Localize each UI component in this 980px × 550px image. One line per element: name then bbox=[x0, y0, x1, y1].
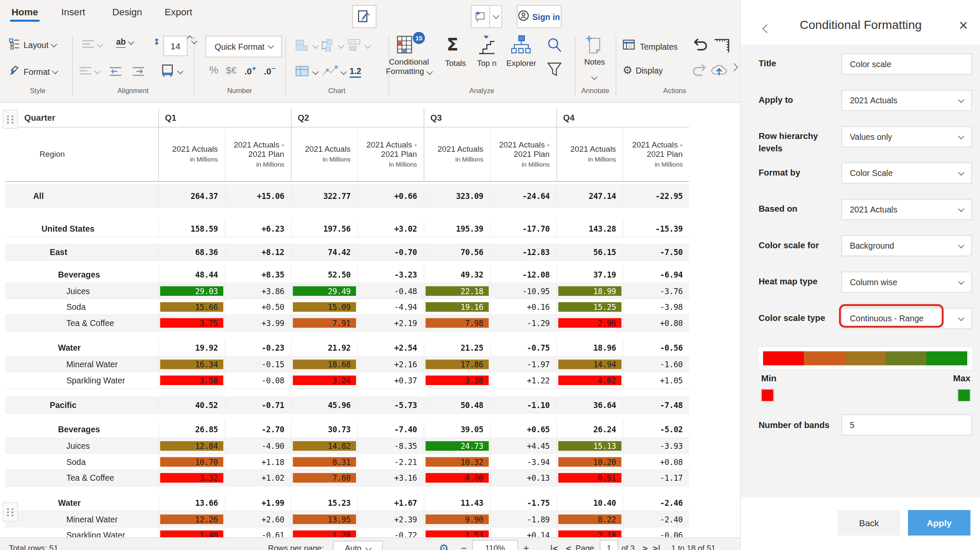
add-comment-icon[interactable] bbox=[471, 5, 490, 28]
sign-in-button[interactable]: Sign in bbox=[517, 5, 561, 28]
chart-type-table-button[interactable] bbox=[347, 38, 370, 54]
cell[interactable]: -3.76 bbox=[623, 283, 689, 299]
cell[interactable]: -2.40 bbox=[623, 511, 689, 527]
cell[interactable]: 26.24 bbox=[556, 421, 623, 438]
cell[interactable]: 8.22 bbox=[556, 511, 623, 527]
cell[interactable]: 158.59 bbox=[158, 221, 225, 237]
cell[interactable]: +1.02 bbox=[225, 470, 291, 486]
cell[interactable]: +3.16 bbox=[357, 470, 424, 486]
cell[interactable]: +0.16 bbox=[490, 299, 556, 315]
row-label[interactable]: East bbox=[5, 244, 158, 261]
cell[interactable]: -12.83 bbox=[490, 244, 556, 261]
cell[interactable]: 26.85 bbox=[158, 421, 225, 438]
cell[interactable]: 39.05 bbox=[424, 421, 490, 438]
cell[interactable]: +0.37 bbox=[357, 372, 424, 388]
row-label[interactable]: Sparkling Water bbox=[5, 372, 158, 388]
conditional-formatting-button[interactable]: 15 bbox=[397, 34, 420, 56]
cell[interactable]: -2.46 bbox=[623, 495, 689, 511]
cell[interactable]: -7.50 bbox=[623, 244, 689, 261]
row-label[interactable]: All bbox=[5, 184, 158, 208]
row-hierarchy-levels-select[interactable]: Values only bbox=[842, 126, 972, 147]
cell[interactable]: +0.50 bbox=[225, 299, 291, 315]
cell[interactable]: -3.93 bbox=[623, 438, 689, 454]
cell[interactable]: 16.34 bbox=[158, 356, 225, 372]
cell[interactable]: 37.19 bbox=[556, 266, 623, 283]
cell[interactable]: +4.45 bbox=[490, 438, 556, 454]
cell[interactable]: -4.90 bbox=[225, 438, 291, 454]
cell[interactable]: +1.22 bbox=[490, 372, 556, 388]
format-by-select[interactable]: Color Scale bbox=[842, 163, 972, 184]
cell[interactable]: -1.29 bbox=[490, 315, 556, 331]
cell[interactable]: 3.58 bbox=[158, 372, 225, 388]
cell[interactable]: 10.40 bbox=[556, 495, 623, 511]
cell[interactable]: +3.02 bbox=[357, 221, 424, 237]
cell[interactable]: 21.92 bbox=[291, 340, 357, 356]
cell[interactable]: -24.64 bbox=[490, 184, 556, 208]
drag-handle-top[interactable] bbox=[3, 110, 18, 129]
cell[interactable]: -1.89 bbox=[490, 511, 556, 527]
cell[interactable]: 2.96 bbox=[556, 315, 623, 331]
cell[interactable]: 9.90 bbox=[424, 511, 490, 527]
chart-type-bar-button[interactable] bbox=[295, 38, 318, 54]
row-label[interactable]: Water bbox=[5, 340, 158, 356]
heat-map-type-select[interactable]: Column wise bbox=[842, 272, 972, 293]
cell[interactable]: -6.94 bbox=[623, 266, 689, 283]
redo-icon[interactable] bbox=[692, 62, 708, 80]
cell[interactable]: 74.42 bbox=[291, 244, 357, 261]
based-on-select[interactable]: 2021 Actuals bbox=[842, 199, 972, 220]
edit-mode-button[interactable] bbox=[352, 5, 376, 28]
ribbon-collapse-icon[interactable] bbox=[731, 62, 737, 72]
cell[interactable]: +6.23 bbox=[225, 221, 291, 237]
cell[interactable]: 323.09 bbox=[424, 184, 490, 208]
cell[interactable]: 18.68 bbox=[291, 356, 357, 372]
zoom-in-button[interactable]: + bbox=[523, 538, 529, 550]
conditional-formatting-label[interactable]: Conditional Formatting bbox=[380, 57, 438, 77]
cell[interactable]: 52.50 bbox=[291, 266, 357, 283]
cell[interactable]: 15.09 bbox=[291, 299, 357, 315]
cell[interactable]: 247.14 bbox=[556, 184, 623, 208]
cell[interactable]: +8.35 bbox=[225, 266, 291, 283]
cell[interactable]: 15.66 bbox=[158, 299, 225, 315]
format-button[interactable]: Format bbox=[9, 65, 57, 79]
apply-button[interactable]: Apply bbox=[908, 510, 971, 536]
cell[interactable]: 7.91 bbox=[291, 315, 357, 331]
font-size-input[interactable]: 14 bbox=[163, 36, 188, 56]
cell[interactable]: +3.99 bbox=[225, 315, 291, 331]
cell[interactable]: 0.91 bbox=[556, 470, 623, 486]
row-label[interactable]: Mineral Water bbox=[5, 511, 158, 527]
cell[interactable]: 36.64 bbox=[556, 397, 623, 414]
cell[interactable]: -4.94 bbox=[357, 299, 424, 315]
top-n-icon[interactable] bbox=[477, 34, 496, 58]
cell[interactable]: 40.52 bbox=[158, 397, 225, 414]
search-icon[interactable] bbox=[546, 37, 563, 56]
row-label[interactable]: Mineral Water bbox=[5, 356, 158, 372]
cell[interactable]: +0.66 bbox=[357, 184, 424, 208]
comment-split-button[interactable] bbox=[471, 5, 502, 28]
cell[interactable]: +15.06 bbox=[225, 184, 291, 208]
cell[interactable]: -1.97 bbox=[490, 356, 556, 372]
cell[interactable]: -8.35 bbox=[357, 438, 424, 454]
cell[interactable]: 322.77 bbox=[291, 184, 357, 208]
cell[interactable]: +2.54 bbox=[357, 340, 424, 356]
cell[interactable]: 195.39 bbox=[424, 221, 490, 237]
cell[interactable]: -15.39 bbox=[623, 221, 689, 237]
notes-label[interactable]: Notes bbox=[575, 57, 614, 67]
cell[interactable]: +0.08 bbox=[623, 454, 689, 470]
cell[interactable]: -0.71 bbox=[225, 397, 291, 414]
page-number-input[interactable]: 1 bbox=[600, 540, 618, 550]
cell[interactable]: +2.60 bbox=[225, 511, 291, 527]
cell[interactable]: 7.60 bbox=[291, 470, 357, 486]
notes-icon[interactable] bbox=[584, 34, 604, 57]
decrease-decimals-icon[interactable]: .0− bbox=[264, 64, 276, 76]
tab-insert[interactable]: Insert bbox=[61, 6, 85, 17]
apply-to-select[interactable]: 2021 Actuals bbox=[842, 90, 972, 111]
cell[interactable]: 15.25 bbox=[556, 299, 623, 315]
next-page-button[interactable]: > bbox=[642, 538, 648, 550]
cell[interactable]: 10.70 bbox=[158, 454, 225, 470]
cell[interactable]: +0.80 bbox=[623, 315, 689, 331]
cloud-upload-icon[interactable] bbox=[709, 61, 729, 80]
row-label[interactable]: Tea & Coffee bbox=[5, 315, 158, 331]
cell[interactable]: -22.95 bbox=[623, 184, 689, 208]
cell[interactable]: 4.00 bbox=[424, 470, 490, 486]
cell[interactable]: 45.96 bbox=[291, 397, 357, 414]
